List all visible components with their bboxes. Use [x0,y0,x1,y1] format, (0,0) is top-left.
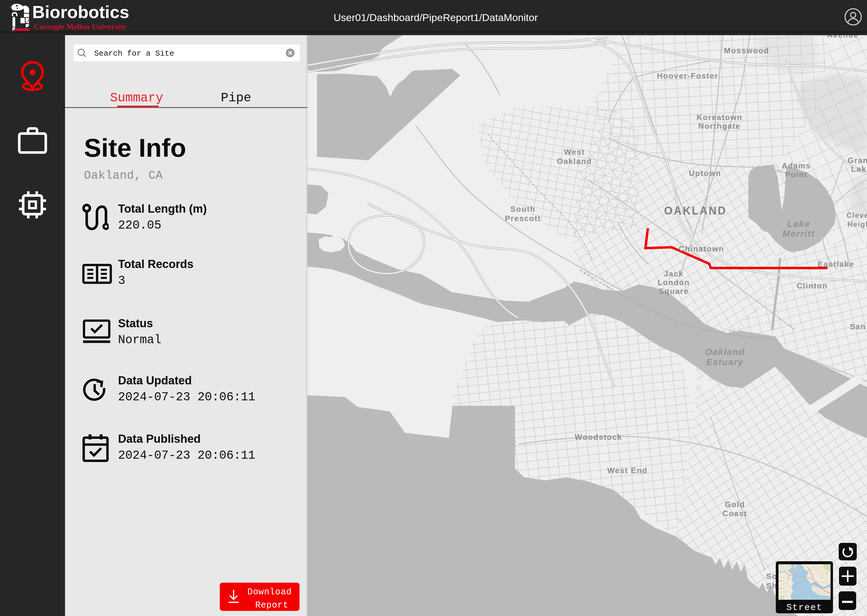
svg-text:Grand: Grand [848,156,867,165]
svg-text:Street: Street [786,602,823,613]
svg-text:Avenue: Avenue [827,35,859,39]
svg-text:West: West [564,148,585,156]
svg-text:San A: San A [850,322,867,331]
svg-text:Clinton: Clinton [796,281,828,290]
svg-text:Jack: Jack [664,269,684,278]
svg-text:Lake: Lake [787,218,810,229]
svg-text:Point: Point [785,170,808,179]
svg-text:South: South [510,204,536,214]
svg-text:Uptown: Uptown [689,169,721,178]
svg-text:Oakland: Oakland [557,157,592,166]
svg-text:Square: Square [659,287,689,295]
svg-text:Heights: Heights [847,220,867,228]
svg-text:London: London [657,278,690,287]
svg-text:OAKLAND: OAKLAND [664,204,727,217]
svg-text:Woodstock: Woodstock [575,432,622,442]
svg-text:Mosswood: Mosswood [724,46,769,55]
svg-text:Merritt: Merritt [782,229,815,239]
svg-text:Biorobotics: Biorobotics [32,3,129,22]
svg-text:Northgate: Northgate [698,121,741,130]
svg-text:Hoover-Foster: Hoover-Foster [657,71,718,80]
svg-text:Carnegie Mellon University: Carnegie Mellon University [34,22,126,31]
svg-text:Prescott: Prescott [505,214,541,223]
svg-text:Chinatown: Chinatown [679,244,724,253]
svg-text:Oakland: Oakland [705,347,745,357]
svg-text:West End: West End [607,466,648,475]
svg-text:Adams: Adams [782,161,811,170]
svg-text:Lake: Lake [851,165,867,174]
svg-text:Coast: Coast [722,509,747,518]
svg-text:Gold: Gold [725,500,745,509]
svg-text:Estuary: Estuary [706,357,744,367]
svg-text:Koreatown: Koreatown [697,113,742,122]
svg-text:Eastlake: Eastlake [818,259,854,269]
svg-text:Clevela: Clevela [847,211,867,219]
